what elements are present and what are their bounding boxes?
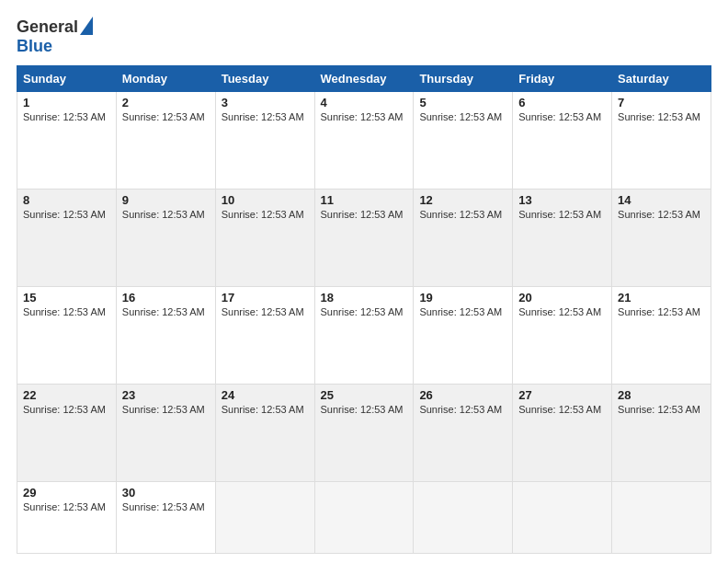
sunrise-text: Sunrise: 12:53 AM	[122, 306, 210, 317]
sunrise-text: Sunrise: 12:53 AM	[23, 209, 110, 220]
day-number: 17	[222, 291, 309, 304]
day-number: 22	[23, 388, 110, 402]
col-wednesday: Wednesday	[314, 66, 414, 92]
col-thursday: Thursday	[414, 66, 513, 92]
page: General Blue Sunday Monday Tuesday Wedne…	[0, 0, 728, 563]
table-row: 6Sunrise: 12:53 AM	[513, 92, 612, 190]
table-row	[414, 482, 513, 554]
table-row: 15Sunrise: 12:53 AM	[17, 287, 117, 385]
sunrise-text: Sunrise: 12:53 AM	[23, 306, 110, 317]
table-row: 4Sunrise: 12:53 AM	[314, 92, 414, 190]
sunrise-text: Sunrise: 12:53 AM	[122, 209, 210, 220]
sunrise-text: Sunrise: 12:53 AM	[23, 404, 110, 415]
sunrise-text: Sunrise: 12:53 AM	[419, 404, 506, 415]
day-number: 13	[518, 193, 606, 207]
logo-blue: Blue	[17, 37, 93, 56]
table-row: 13Sunrise: 12:53 AM	[513, 190, 612, 287]
table-row: 28Sunrise: 12:53 AM	[612, 385, 711, 482]
day-number: 8	[23, 193, 110, 207]
calendar-week-row: 29Sunrise: 12:53 AM30Sunrise: 12:53 AM	[17, 482, 711, 554]
table-row: 26Sunrise: 12:53 AM	[414, 385, 513, 482]
table-row	[215, 482, 314, 554]
day-number: 11	[321, 193, 408, 207]
day-number: 29	[23, 486, 110, 500]
table-row: 17Sunrise: 12:53 AM	[215, 287, 314, 385]
sunrise-text: Sunrise: 12:53 AM	[321, 306, 408, 317]
table-row: 29Sunrise: 12:53 AM	[17, 482, 117, 554]
logo: General Blue	[17, 17, 93, 56]
table-row	[513, 482, 612, 554]
sunrise-text: Sunrise: 12:53 AM	[618, 111, 705, 122]
day-number: 28	[618, 388, 705, 402]
sunrise-text: Sunrise: 12:53 AM	[122, 404, 210, 415]
day-number: 2	[122, 96, 210, 109]
day-number: 6	[518, 96, 606, 109]
day-number: 5	[419, 96, 506, 109]
calendar-table: Sunday Monday Tuesday Wednesday Thursday…	[17, 65, 711, 554]
table-row: 19Sunrise: 12:53 AM	[414, 287, 513, 385]
table-row: 2Sunrise: 12:53 AM	[116, 92, 215, 190]
day-number: 10	[222, 193, 309, 207]
table-row: 24Sunrise: 12:53 AM	[215, 385, 314, 482]
table-row	[314, 482, 414, 554]
day-number: 1	[23, 96, 110, 109]
day-number: 24	[222, 388, 309, 402]
sunrise-text: Sunrise: 12:53 AM	[518, 306, 606, 317]
sunrise-text: Sunrise: 12:53 AM	[23, 501, 110, 512]
day-number: 23	[122, 388, 210, 402]
sunrise-text: Sunrise: 12:53 AM	[23, 111, 110, 122]
table-row: 10Sunrise: 12:53 AM	[215, 190, 314, 287]
day-number: 20	[518, 291, 606, 304]
day-number: 12	[419, 193, 506, 207]
sunrise-text: Sunrise: 12:53 AM	[321, 209, 408, 220]
logo-text-block: General Blue	[17, 17, 93, 56]
sunrise-text: Sunrise: 12:53 AM	[222, 306, 309, 317]
day-number: 7	[618, 96, 705, 109]
day-number: 27	[518, 388, 606, 402]
calendar-week-row: 22Sunrise: 12:53 AM23Sunrise: 12:53 AM24…	[17, 385, 711, 482]
day-number: 14	[618, 193, 705, 207]
sunrise-text: Sunrise: 12:53 AM	[419, 209, 506, 220]
sunrise-text: Sunrise: 12:53 AM	[518, 209, 606, 220]
table-row: 9Sunrise: 12:53 AM	[116, 190, 215, 287]
table-row: 25Sunrise: 12:53 AM	[314, 385, 414, 482]
calendar-week-row: 8Sunrise: 12:53 AM9Sunrise: 12:53 AM10Su…	[17, 190, 711, 287]
day-number: 16	[122, 291, 210, 304]
col-monday: Monday	[116, 66, 215, 92]
day-number: 4	[321, 96, 408, 109]
day-number: 9	[122, 193, 210, 207]
day-number: 19	[419, 291, 506, 304]
table-row	[612, 482, 711, 554]
table-row: 23Sunrise: 12:53 AM	[116, 385, 215, 482]
day-number: 26	[419, 388, 506, 402]
header: General Blue	[17, 17, 711, 56]
day-number: 15	[23, 291, 110, 304]
logo-general: General	[17, 17, 78, 37]
sunrise-text: Sunrise: 12:53 AM	[122, 111, 210, 122]
sunrise-text: Sunrise: 12:53 AM	[122, 501, 210, 512]
table-row: 11Sunrise: 12:53 AM	[314, 190, 414, 287]
table-row: 27Sunrise: 12:53 AM	[513, 385, 612, 482]
calendar-week-row: 15Sunrise: 12:53 AM16Sunrise: 12:53 AM17…	[17, 287, 711, 385]
table-row: 22Sunrise: 12:53 AM	[17, 385, 117, 482]
day-number: 21	[618, 291, 705, 304]
sunrise-text: Sunrise: 12:53 AM	[321, 111, 408, 122]
day-number: 3	[222, 96, 309, 109]
table-row: 7Sunrise: 12:53 AM	[612, 92, 711, 190]
col-friday: Friday	[513, 66, 612, 92]
day-number: 18	[321, 291, 408, 304]
sunrise-text: Sunrise: 12:53 AM	[518, 404, 606, 415]
sunrise-text: Sunrise: 12:53 AM	[222, 209, 309, 220]
logo-triangle-icon	[80, 17, 93, 35]
day-number: 30	[122, 486, 210, 500]
table-row: 5Sunrise: 12:53 AM	[414, 92, 513, 190]
sunrise-text: Sunrise: 12:53 AM	[618, 306, 705, 317]
table-row: 16Sunrise: 12:53 AM	[116, 287, 215, 385]
col-saturday: Saturday	[612, 66, 711, 92]
day-number: 25	[321, 388, 408, 402]
sunrise-text: Sunrise: 12:53 AM	[419, 306, 506, 317]
sunrise-text: Sunrise: 12:53 AM	[518, 111, 606, 122]
table-row: 18Sunrise: 12:53 AM	[314, 287, 414, 385]
table-row: 21Sunrise: 12:53 AM	[612, 287, 711, 385]
table-row: 8Sunrise: 12:53 AM	[17, 190, 117, 287]
